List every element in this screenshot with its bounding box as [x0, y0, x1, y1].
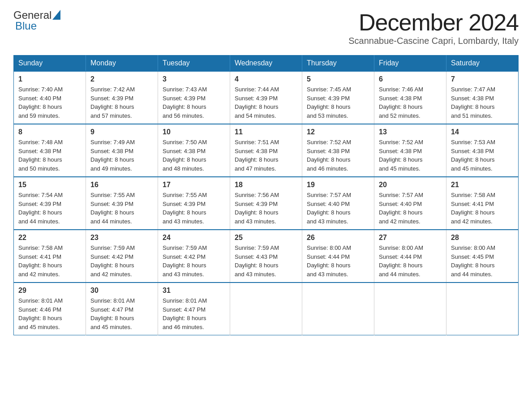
day-info: Sunrise: 7:57 AM Sunset: 4:40 PM Dayligh…: [379, 191, 442, 226]
day-number: 2: [90, 75, 153, 83]
day-cell-12: 12 Sunrise: 7:52 AM Sunset: 4:38 PM Dayl…: [302, 124, 374, 177]
day-number: 20: [379, 181, 442, 189]
empty-cell: [374, 283, 446, 335]
day-cell-24: 24 Sunrise: 7:59 AM Sunset: 4:42 PM Dayl…: [158, 230, 230, 283]
day-info: Sunrise: 7:54 AM Sunset: 4:39 PM Dayligh…: [18, 191, 81, 226]
week-row-5: 29 Sunrise: 8:01 AM Sunset: 4:46 PM Dayl…: [14, 283, 519, 335]
day-number: 31: [163, 287, 225, 295]
day-info: Sunrise: 8:00 AM Sunset: 4:45 PM Dayligh…: [451, 244, 514, 278]
day-cell-21: 21 Sunrise: 7:58 AM Sunset: 4:41 PM Dayl…: [446, 177, 519, 230]
page-header: General Blue December 2024 Scannabue-Cas…: [13, 9, 519, 46]
day-info: Sunrise: 7:48 AM Sunset: 4:38 PM Dayligh…: [18, 138, 81, 173]
day-cell-28: 28 Sunrise: 8:00 AM Sunset: 4:45 PM Dayl…: [446, 230, 519, 283]
day-number: 26: [307, 234, 369, 242]
day-cell-17: 17 Sunrise: 7:55 AM Sunset: 4:39 PM Dayl…: [158, 177, 230, 230]
day-info: Sunrise: 7:58 AM Sunset: 4:41 PM Dayligh…: [18, 244, 81, 278]
title-section: December 2024 Scannabue-Cascine Capri, L…: [348, 9, 519, 46]
day-info: Sunrise: 7:50 AM Sunset: 4:38 PM Dayligh…: [163, 138, 225, 173]
day-number: 14: [451, 128, 514, 136]
month-title: December 2024: [348, 9, 519, 36]
day-cell-26: 26 Sunrise: 8:00 AM Sunset: 4:44 PM Dayl…: [302, 230, 374, 283]
day-number: 12: [307, 128, 369, 136]
day-number: 17: [163, 181, 225, 189]
day-cell-20: 20 Sunrise: 7:57 AM Sunset: 4:40 PM Dayl…: [374, 177, 446, 230]
day-cell-15: 15 Sunrise: 7:54 AM Sunset: 4:39 PM Dayl…: [14, 177, 86, 230]
day-number: 7: [451, 75, 514, 83]
week-row-4: 22 Sunrise: 7:58 AM Sunset: 4:41 PM Dayl…: [14, 230, 519, 283]
day-info: Sunrise: 7:47 AM Sunset: 4:38 PM Dayligh…: [451, 85, 514, 120]
day-info: Sunrise: 8:01 AM Sunset: 4:47 PM Dayligh…: [90, 296, 153, 331]
weekday-header-row: SundayMondayTuesdayWednesdayThursdayFrid…: [14, 56, 519, 72]
day-number: 4: [235, 75, 297, 83]
weekday-header-monday: Monday: [86, 56, 158, 72]
empty-cell: [230, 283, 302, 335]
day-info: Sunrise: 7:53 AM Sunset: 4:38 PM Dayligh…: [451, 138, 514, 173]
logo-blue-text: Blue: [15, 20, 37, 32]
day-cell-3: 3 Sunrise: 7:43 AM Sunset: 4:39 PM Dayli…: [158, 71, 230, 124]
day-cell-8: 8 Sunrise: 7:48 AM Sunset: 4:38 PM Dayli…: [14, 124, 86, 177]
weekday-header-sunday: Sunday: [14, 56, 86, 72]
svg-marker-0: [52, 10, 60, 20]
day-number: 6: [379, 75, 442, 83]
day-info: Sunrise: 7:57 AM Sunset: 4:40 PM Dayligh…: [307, 191, 369, 226]
day-cell-13: 13 Sunrise: 7:52 AM Sunset: 4:38 PM Dayl…: [374, 124, 446, 177]
weekday-header-thursday: Thursday: [302, 56, 374, 72]
day-info: Sunrise: 7:43 AM Sunset: 4:39 PM Dayligh…: [163, 85, 225, 120]
day-info: Sunrise: 8:01 AM Sunset: 4:46 PM Dayligh…: [18, 296, 81, 331]
day-cell-10: 10 Sunrise: 7:50 AM Sunset: 4:38 PM Dayl…: [158, 124, 230, 177]
day-cell-9: 9 Sunrise: 7:49 AM Sunset: 4:38 PM Dayli…: [86, 124, 158, 177]
day-cell-7: 7 Sunrise: 7:47 AM Sunset: 4:38 PM Dayli…: [446, 71, 519, 124]
day-number: 19: [307, 181, 369, 189]
day-number: 21: [451, 181, 514, 189]
day-number: 3: [163, 75, 225, 83]
day-cell-6: 6 Sunrise: 7:46 AM Sunset: 4:38 PM Dayli…: [374, 71, 446, 124]
day-number: 23: [90, 234, 153, 242]
day-info: Sunrise: 7:42 AM Sunset: 4:39 PM Dayligh…: [90, 85, 153, 120]
day-info: Sunrise: 7:58 AM Sunset: 4:41 PM Dayligh…: [451, 191, 514, 226]
day-info: Sunrise: 7:55 AM Sunset: 4:39 PM Dayligh…: [163, 191, 225, 226]
day-number: 9: [90, 128, 153, 136]
day-cell-18: 18 Sunrise: 7:56 AM Sunset: 4:39 PM Dayl…: [230, 177, 302, 230]
day-cell-11: 11 Sunrise: 7:51 AM Sunset: 4:38 PM Dayl…: [230, 124, 302, 177]
day-cell-29: 29 Sunrise: 8:01 AM Sunset: 4:46 PM Dayl…: [14, 283, 86, 335]
day-number: 27: [379, 234, 442, 242]
empty-cell: [302, 283, 374, 335]
day-number: 8: [18, 128, 81, 136]
day-info: Sunrise: 7:46 AM Sunset: 4:38 PM Dayligh…: [379, 85, 442, 120]
day-info: Sunrise: 7:59 AM Sunset: 4:42 PM Dayligh…: [90, 244, 153, 278]
day-info: Sunrise: 7:51 AM Sunset: 4:38 PM Dayligh…: [235, 138, 297, 173]
day-number: 11: [235, 128, 297, 136]
weekday-header-wednesday: Wednesday: [230, 56, 302, 72]
day-number: 5: [307, 75, 369, 83]
logo: General Blue: [13, 9, 60, 32]
day-info: Sunrise: 7:59 AM Sunset: 4:43 PM Dayligh…: [235, 244, 297, 278]
day-cell-25: 25 Sunrise: 7:59 AM Sunset: 4:43 PM Dayl…: [230, 230, 302, 283]
day-cell-27: 27 Sunrise: 8:00 AM Sunset: 4:44 PM Dayl…: [374, 230, 446, 283]
week-row-2: 8 Sunrise: 7:48 AM Sunset: 4:38 PM Dayli…: [14, 124, 519, 177]
day-number: 28: [451, 234, 514, 242]
day-info: Sunrise: 7:52 AM Sunset: 4:38 PM Dayligh…: [307, 138, 369, 173]
day-info: Sunrise: 7:45 AM Sunset: 4:39 PM Dayligh…: [307, 85, 369, 120]
day-number: 13: [379, 128, 442, 136]
day-cell-16: 16 Sunrise: 7:55 AM Sunset: 4:39 PM Dayl…: [86, 177, 158, 230]
day-info: Sunrise: 7:49 AM Sunset: 4:38 PM Dayligh…: [90, 138, 153, 173]
day-number: 16: [90, 181, 153, 189]
day-info: Sunrise: 8:00 AM Sunset: 4:44 PM Dayligh…: [307, 244, 369, 278]
day-cell-31: 31 Sunrise: 8:01 AM Sunset: 4:47 PM Dayl…: [158, 283, 230, 335]
day-number: 22: [18, 234, 81, 242]
day-cell-2: 2 Sunrise: 7:42 AM Sunset: 4:39 PM Dayli…: [86, 71, 158, 124]
weekday-header-saturday: Saturday: [446, 56, 519, 72]
day-cell-19: 19 Sunrise: 7:57 AM Sunset: 4:40 PM Dayl…: [302, 177, 374, 230]
day-number: 15: [18, 181, 81, 189]
weekday-header-friday: Friday: [374, 56, 446, 72]
day-info: Sunrise: 7:52 AM Sunset: 4:38 PM Dayligh…: [379, 138, 442, 173]
day-number: 10: [163, 128, 225, 136]
day-number: 29: [18, 287, 81, 295]
logo-triangle-icon: [52, 10, 60, 20]
day-cell-4: 4 Sunrise: 7:44 AM Sunset: 4:39 PM Dayli…: [230, 71, 302, 124]
day-number: 18: [235, 181, 297, 189]
day-cell-23: 23 Sunrise: 7:59 AM Sunset: 4:42 PM Dayl…: [86, 230, 158, 283]
day-cell-30: 30 Sunrise: 8:01 AM Sunset: 4:47 PM Dayl…: [86, 283, 158, 335]
day-cell-1: 1 Sunrise: 7:40 AM Sunset: 4:40 PM Dayli…: [14, 71, 86, 124]
location-subtitle: Scannabue-Cascine Capri, Lombardy, Italy: [348, 36, 519, 46]
